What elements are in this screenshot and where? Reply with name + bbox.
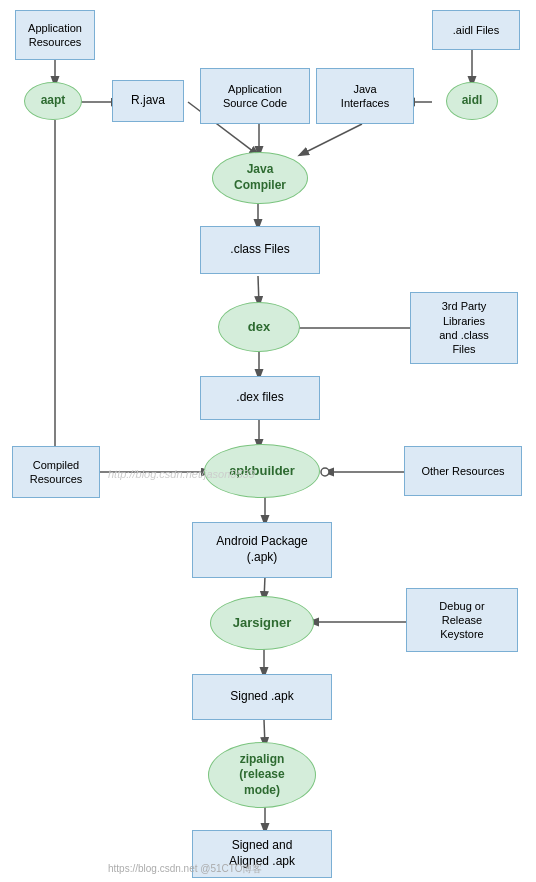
java-compiler-oval: JavaCompiler bbox=[212, 152, 308, 204]
class-files-box: .class Files bbox=[200, 226, 320, 274]
other-resources-label: Other Resources bbox=[421, 464, 504, 478]
compiled-resources-box: CompiledResources bbox=[12, 446, 100, 498]
aidl-label: aidl bbox=[462, 93, 483, 109]
zipalign-oval: zipalign(releasemode) bbox=[208, 742, 316, 808]
r-java-box: R.java bbox=[112, 80, 184, 122]
apkbuilder-label: apkbuilder bbox=[229, 463, 295, 480]
dex-oval: dex bbox=[218, 302, 300, 352]
aidl-files-box: .aidl Files bbox=[432, 10, 520, 50]
java-interfaces-box: JavaInterfaces bbox=[316, 68, 414, 124]
app-resources-label: Application Resources bbox=[20, 21, 90, 50]
signed-apk-label: Signed .apk bbox=[230, 689, 293, 705]
app-resources-box: Application Resources bbox=[15, 10, 95, 60]
debug-release-label: Debug orReleaseKeystore bbox=[439, 599, 484, 642]
third-party-label: 3rd PartyLibrariesand .classFiles bbox=[439, 299, 489, 356]
dex-files-box: .dex files bbox=[200, 376, 320, 420]
dex-label: dex bbox=[248, 319, 270, 336]
android-package-box: Android Package(.apk) bbox=[192, 522, 332, 578]
signed-aligned-label: Signed andAligned .apk bbox=[229, 838, 295, 869]
diagram: Application Resources .aidl Files aapt R… bbox=[0, 0, 536, 882]
java-interfaces-label: JavaInterfaces bbox=[341, 82, 389, 111]
svg-line-8 bbox=[258, 276, 259, 305]
other-resources-box: Other Resources bbox=[404, 446, 522, 496]
jarsigner-oval: Jarsigner bbox=[210, 596, 314, 650]
android-package-label: Android Package(.apk) bbox=[216, 534, 307, 565]
signed-apk-box: Signed .apk bbox=[192, 674, 332, 720]
aapt-label: aapt bbox=[41, 93, 66, 109]
r-java-label: R.java bbox=[131, 93, 165, 109]
class-files-label: .class Files bbox=[230, 242, 289, 258]
aidl-oval: aidl bbox=[446, 82, 498, 120]
compiled-resources-label: CompiledResources bbox=[30, 458, 83, 487]
java-compiler-label: JavaCompiler bbox=[234, 162, 286, 193]
jarsigner-label: Jarsigner bbox=[233, 615, 292, 632]
third-party-box: 3rd PartyLibrariesand .classFiles bbox=[410, 292, 518, 364]
app-source-code-label: ApplicationSource Code bbox=[223, 82, 287, 111]
signed-aligned-box: Signed andAligned .apk bbox=[192, 830, 332, 878]
dex-files-label: .dex files bbox=[236, 390, 283, 406]
zipalign-label: zipalign(releasemode) bbox=[239, 752, 284, 799]
apkbuilder-oval: apkbuilder bbox=[204, 444, 320, 498]
aapt-oval: aapt bbox=[24, 82, 82, 120]
app-source-code-box: ApplicationSource Code bbox=[200, 68, 310, 124]
svg-line-4 bbox=[300, 124, 362, 155]
debug-release-box: Debug orReleaseKeystore bbox=[406, 588, 518, 652]
aidl-files-label: .aidl Files bbox=[453, 23, 499, 37]
svg-point-16 bbox=[321, 468, 329, 476]
